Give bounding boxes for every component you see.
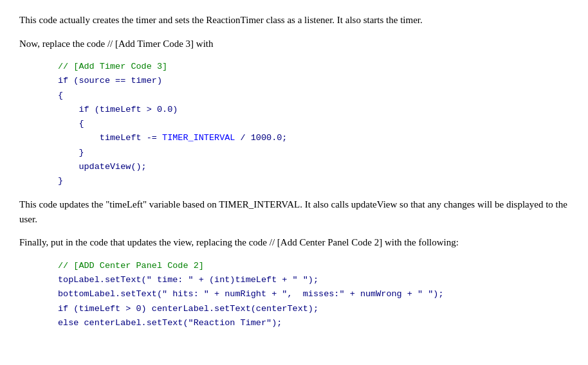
paragraph-2-text: Now, replace the code // [Add Timer Code… (19, 39, 213, 49)
code-line-4: if (timeLeft > 0.0) (58, 103, 569, 117)
paragraph-3-text: This code updates the "timeLeft" variabl… (19, 199, 567, 224)
code-text-6: timeLeft -= (58, 133, 162, 143)
code2-text-5: else centerLabel.setText("Reaction Timer… (58, 318, 282, 328)
code-text-5: { (58, 119, 84, 129)
paragraph-4-text: Finally, put in the code that updates th… (19, 237, 459, 247)
code-line-5: { (58, 117, 569, 131)
code-comment-1: // [Add Timer Code 3] (58, 62, 167, 71)
code2-line-4: if (timeLeft > 0) centerLabel.setText(ce… (58, 302, 569, 316)
code-block-1: // [Add Timer Code 3] if (source == time… (58, 60, 569, 188)
code-line-3: { (58, 89, 569, 103)
code2-line-2: topLabel.setText(" time: " + (int)timeLe… (58, 273, 569, 287)
paragraph-2: Now, replace the code // [Add Timer Code… (19, 37, 569, 51)
code-text-7: } (58, 148, 84, 157)
code-text-9: } (58, 176, 63, 186)
code-text-4: if (timeLeft > 0.0) (58, 105, 178, 114)
code2-comment-1: // [ADD Center Panel Code 2] (58, 261, 204, 271)
code2-line-3: bottomLabel.setText(" hits: " + numRight… (58, 287, 569, 301)
code-text-6b: / 1000.0; (235, 133, 287, 143)
code-text-8: updateView(); (58, 162, 147, 172)
code-line-9: } (58, 174, 569, 188)
code2-text-3: bottomLabel.setText(" hits: " + numRight… (58, 289, 444, 299)
code-line-2: if (source == timer) (58, 74, 569, 88)
code-line-7: } (58, 146, 569, 160)
code-text-3: { (58, 91, 63, 100)
code-line-1: // [Add Timer Code 3] (58, 60, 569, 74)
page-content: This code actually creates the timer and… (19, 13, 569, 330)
code-line-6: timeLeft -= TIMER_INTERVAL / 1000.0; (58, 131, 569, 145)
paragraph-4: Finally, put in the code that updates th… (19, 235, 569, 250)
code2-text-2: topLabel.setText(" time: " + (int)timeLe… (58, 275, 318, 285)
code2-line-5: else centerLabel.setText("Reaction Timer… (58, 316, 569, 330)
paragraph-1: This code actually creates the timer and… (19, 13, 569, 28)
code-line-8: updateView(); (58, 160, 569, 174)
code2-text-4: if (timeLeft > 0) centerLabel.setText(ce… (58, 304, 318, 314)
code2-line-1: // [ADD Center Panel Code 2] (58, 259, 569, 273)
timer-interval-highlight: TIMER_INTERVAL (162, 133, 235, 143)
code-text-2: if (source == timer) (58, 76, 162, 85)
paragraph-3: This code updates the "timeLeft" variabl… (19, 197, 569, 226)
code-block-2: // [ADD Center Panel Code 2] topLabel.se… (58, 259, 569, 330)
